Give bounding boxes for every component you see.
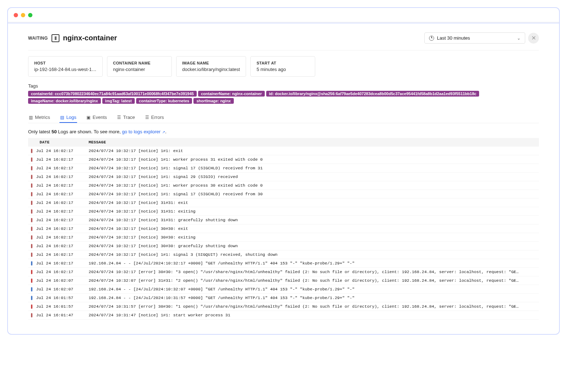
info-value: 5 minutes ago	[256, 67, 309, 72]
log-level-indicator	[31, 157, 32, 162]
log-message: 2024/07/24 10:32:17 [notice] 1#1: exit	[86, 147, 539, 155]
info-card-host: HOST ip-192-168-24-84.us-west-1…	[28, 56, 103, 77]
log-level-indicator	[31, 183, 32, 188]
events-icon: ▣	[86, 115, 90, 120]
log-level-indicator	[31, 166, 32, 170]
log-message: 2024/07/24 10:32:17 [notice] 1#1: worker…	[86, 155, 539, 164]
log-date-cell: Jul 24 16:02:17	[28, 155, 86, 164]
tab-events[interactable]: ▣ Events	[86, 112, 108, 123]
log-row[interactable]: Jul 24 16:02:172024/07/24 10:32:17 [noti…	[28, 181, 539, 190]
info-card-image-name: IMAGE NAME docker.io/library/nginx:lates…	[176, 56, 246, 77]
log-row[interactable]: Jul 24 16:02:07192.168.24.84 - - [24/Jul…	[28, 285, 539, 294]
tag-pill[interactable]: id: docker.io/library/nginx@sha256:6af79…	[266, 91, 479, 97]
log-row[interactable]: Jul 24 16:02:172024/07/24 10:32:17 [noti…	[28, 242, 539, 250]
log-date: Jul 24 16:02:17	[36, 235, 73, 240]
tag-pill[interactable]: shortImage: nginx	[193, 98, 233, 104]
log-date: Jul 24 16:02:17	[36, 261, 73, 266]
tag-pill[interactable]: containerType: kubernetes	[136, 98, 192, 104]
tag-pill[interactable]: containerName: nginx-container	[198, 91, 265, 97]
tag-pill[interactable]: imageName: docker.io/library/nginx	[28, 98, 101, 104]
info-label: START AT	[256, 61, 309, 65]
log-row[interactable]: Jul 24 16:01:472024/07/24 10:31:47 [noti…	[28, 311, 539, 320]
tab-trace[interactable]: ☰ Trace	[116, 112, 136, 123]
info-label: IMAGE NAME	[182, 61, 240, 65]
time-range-select[interactable]: Last 30 minutes ⌄	[424, 32, 525, 44]
log-date: Jul 24 16:02:17	[36, 226, 73, 231]
log-row[interactable]: Jul 24 16:02:172024/07/24 10:32:17 [erro…	[28, 268, 539, 276]
log-level-indicator	[31, 175, 32, 179]
bar-chart-icon: ▥	[29, 115, 33, 120]
tags-list: containerId: ccc073b70802234640ec71a84c9…	[28, 91, 539, 104]
log-level-indicator	[31, 218, 32, 222]
log-row[interactable]: Jul 24 16:02:172024/07/24 10:32:17 [noti…	[28, 207, 539, 216]
log-date-cell: Jul 24 16:02:17	[28, 190, 86, 199]
log-date: Jul 24 16:02:17	[36, 209, 73, 214]
maximize-window-icon[interactable]	[28, 13, 32, 17]
log-level-indicator	[31, 201, 32, 205]
window-titlebar	[8, 8, 559, 22]
log-date-cell: Jul 24 16:02:17	[28, 199, 86, 207]
column-header-message[interactable]: MESSAGE	[86, 138, 539, 147]
log-row[interactable]: Jul 24 16:02:172024/07/24 10:32:17 [noti…	[28, 199, 539, 207]
trace-icon: ☰	[117, 115, 121, 120]
clock-icon	[429, 36, 434, 41]
log-row[interactable]: Jul 24 16:02:172024/07/24 10:32:17 [noti…	[28, 250, 539, 259]
log-date: Jul 24 16:02:17	[36, 166, 73, 170]
tab-label: Logs	[66, 115, 76, 120]
errors-icon: ☰	[145, 115, 149, 120]
log-row[interactable]: Jul 24 16:02:172024/07/24 10:32:17 [noti…	[28, 164, 539, 173]
close-window-icon[interactable]	[14, 13, 18, 17]
log-message: 2024/07/24 10:32:07 [error] 31#31: *2 op…	[86, 276, 539, 285]
logs-explorer-link[interactable]: go to logs explorer ↗	[122, 129, 165, 134]
log-row[interactable]: Jul 24 16:02:072024/07/24 10:32:07 [erro…	[28, 276, 539, 285]
log-date-cell: Jul 24 16:02:17	[28, 216, 86, 224]
log-level-indicator	[31, 261, 32, 266]
log-row[interactable]: Jul 24 16:02:172024/07/24 10:32:17 [noti…	[28, 155, 539, 164]
log-row[interactable]: Jul 24 16:01:57192.168.24.84 - - [24/Jul…	[28, 294, 539, 302]
close-button[interactable]: ✕	[528, 33, 539, 44]
tags-label: Tags	[28, 83, 539, 89]
log-row[interactable]: Jul 24 16:02:172024/07/24 10:32:17 [noti…	[28, 190, 539, 199]
info-label: HOST	[34, 61, 97, 65]
log-row[interactable]: Jul 24 16:02:172024/07/24 10:32:17 [noti…	[28, 216, 539, 224]
divider	[28, 50, 539, 50]
column-header-date[interactable]: DATE	[28, 138, 86, 147]
log-date: Jul 24 16:02:17	[36, 157, 73, 162]
log-row[interactable]: Jul 24 16:02:172024/07/24 10:32:17 [noti…	[28, 233, 539, 242]
minimize-window-icon[interactable]	[21, 13, 25, 17]
tag-pill[interactable]: containerId: ccc073b70802234640ec71a84c9…	[28, 91, 197, 97]
log-level-indicator	[31, 313, 32, 317]
log-date-cell: Jul 24 16:02:17	[28, 250, 86, 259]
log-date-cell: Jul 24 16:02:07	[28, 285, 86, 294]
tabs: ▥ Metrics ▤ Logs ▣ Events ☰ Trace ☰ Erro…	[28, 112, 539, 123]
log-date: Jul 24 16:02:17	[36, 174, 73, 179]
log-message: 2024/07/24 10:32:17 [error] 30#30: *3 op…	[86, 268, 539, 276]
log-row[interactable]: Jul 24 16:02:172024/07/24 10:32:17 [noti…	[28, 173, 539, 181]
log-date-cell: Jul 24 16:02:17	[28, 181, 86, 190]
tag-pill[interactable]: imgTag: latest	[102, 98, 135, 104]
log-message: 192.168.24.84 - - [24/Jul/2024:10:32:07 …	[86, 285, 539, 294]
log-date: Jul 24 16:02:17	[36, 218, 73, 222]
tab-label: Events	[93, 115, 107, 120]
log-level-indicator	[31, 227, 32, 231]
log-message: 2024/07/24 10:32:17 [notice] 31#31: exit…	[86, 207, 539, 216]
log-date-cell: Jul 24 16:01:57	[28, 294, 86, 302]
log-level-indicator	[31, 192, 32, 196]
tab-metrics[interactable]: ▥ Metrics	[28, 112, 51, 123]
log-message: 2024/07/24 10:32:17 [notice] 30#30: exit	[86, 224, 539, 233]
page-title: nginx-container	[63, 34, 117, 42]
tab-label: Errors	[151, 115, 164, 120]
log-row[interactable]: Jul 24 16:02:17192.168.24.84 - - [24/Jul…	[28, 259, 539, 268]
log-row[interactable]: Jul 24 16:02:172024/07/24 10:32:17 [noti…	[28, 224, 539, 233]
log-row[interactable]: Jul 24 16:01:572024/07/24 10:31:57 [erro…	[28, 302, 539, 311]
log-date-cell: Jul 24 16:01:57	[28, 302, 86, 311]
tab-errors[interactable]: ☰ Errors	[144, 112, 165, 123]
logs-note: Only latest 50 Logs are shown. To see mo…	[28, 129, 539, 134]
log-row[interactable]: Jul 24 16:02:172024/07/24 10:32:17 [noti…	[28, 147, 539, 155]
log-date-cell: Jul 24 16:02:17	[28, 224, 86, 233]
tab-logs[interactable]: ▤ Logs	[59, 112, 77, 123]
log-message: 192.168.24.84 - - [24/Jul/2024:10:31:57 …	[86, 294, 539, 302]
tab-label: Metrics	[35, 115, 50, 120]
log-date-cell: Jul 24 16:01:47	[28, 311, 86, 320]
app-window: WAITING ||| nginx-container Last 30 minu…	[7, 7, 560, 335]
